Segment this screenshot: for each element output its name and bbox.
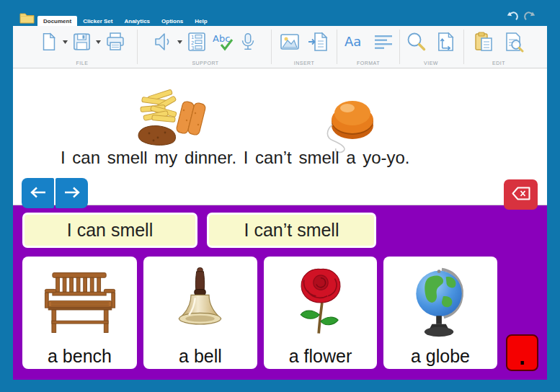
page-view-button[interactable] [435,30,457,53]
undo-icon[interactable] [507,11,518,24]
save-caret[interactable] [96,40,101,44]
word-cell-i-cant-smell[interactable]: I can’t smell [207,213,376,248]
find-button[interactable] [502,30,525,53]
ribbon-group-label: INSERT [275,61,333,66]
ribbon-group-label: VIEW [402,61,460,66]
ribbon-group-support: 123 Abc SUPPORT [143,26,268,68]
ribbon-toolbar: FILE 123 Abc SUPPORT [13,26,547,68]
tab-clicker-set[interactable]: Clicker Set [77,16,118,26]
tab-analytics[interactable]: Analytics [118,16,156,26]
print-button[interactable] [104,30,127,53]
cell-label: a flower [289,347,352,365]
backspace-icon [512,187,530,202]
ribbon-group-edit: EDIT [466,26,531,68]
group-separator [137,30,138,64]
svg-text:3: 3 [191,45,194,51]
ribbon-group-label: SUPPORT [143,61,268,66]
paragraph-button[interactable] [373,30,394,53]
ribbon-group-view: VIEW [402,26,460,68]
ribbon-group-label: FORMAT [339,61,397,66]
ribbon-group-label: FILE [29,61,135,66]
bell-image [167,257,234,347]
dinner-image [132,86,217,149]
group-separator [337,30,337,64]
quick-access-bar [507,11,535,24]
group-separator [399,30,400,64]
arrow-right-icon [63,187,81,200]
redo-icon[interactable] [524,11,535,24]
bench-image [40,257,120,347]
document-area[interactable]: I can smell my dinner. I can’t smell a y… [13,68,547,205]
period-cell[interactable]: . [506,334,538,371]
group-separator [271,30,272,64]
cell-label: a globe [411,347,470,365]
cell-label: a bell [179,347,222,365]
ribbon-group-label: EDIT [466,61,531,66]
ribbon-group-file: FILE [29,26,135,68]
document-sentence: I can smell my dinner. I can’t smell a y… [61,148,410,168]
clicker-window: Document Clicker Set Analytics Options H… [0,0,560,392]
insert-picture-button[interactable] [278,30,301,53]
group-separator [463,30,464,64]
picture-cell-bell[interactable]: a bell [143,257,257,369]
flower-image [285,257,357,347]
paste-button[interactable] [473,30,495,53]
folder-icon[interactable] [19,12,35,27]
ribbon-group-insert: INSERT [275,26,333,68]
page-navigation [22,178,88,208]
spellcheck-button[interactable]: Abc [210,30,235,53]
picture-cell-bench[interactable]: a bench [22,257,137,369]
word-cell-i-can-smell[interactable]: I can smell [22,213,197,248]
next-page-button[interactable] [55,178,88,208]
tab-document[interactable]: Document [37,16,77,26]
insert-file-button[interactable] [307,30,330,53]
picture-cell-flower[interactable]: a flower [264,257,377,369]
arrow-left-icon [30,187,47,200]
save-button[interactable] [71,30,93,53]
font-button[interactable]: Aa [342,30,367,53]
new-document-button[interactable] [38,30,60,53]
picture-cell-globe[interactable]: a globe [383,257,497,369]
ribbon-tab-bar: Document Clicker Set Analytics Options H… [37,16,213,26]
previous-page-button[interactable] [22,178,54,208]
svg-text:Aa: Aa [345,34,361,49]
tab-options[interactable]: Options [156,16,189,26]
record-button[interactable] [237,30,259,53]
title-bar: Document Clicker Set Analytics Options H… [0,0,560,26]
tab-help[interactable]: Help [189,16,213,26]
speak-button[interactable] [153,30,174,53]
backspace-button[interactable] [504,179,538,210]
globe-image [405,257,476,347]
speak-caret[interactable] [177,40,182,44]
ribbon-group-format: Aa FORMAT [339,26,397,68]
cell-label: a bench [48,347,112,365]
clicker-grid: I can smell I can’t smell [13,205,547,380]
new-document-caret[interactable] [63,40,68,44]
zoom-button[interactable] [405,30,427,53]
svg-text:Abc: Abc [213,33,230,44]
word-bank-button[interactable]: 123 [185,30,208,53]
